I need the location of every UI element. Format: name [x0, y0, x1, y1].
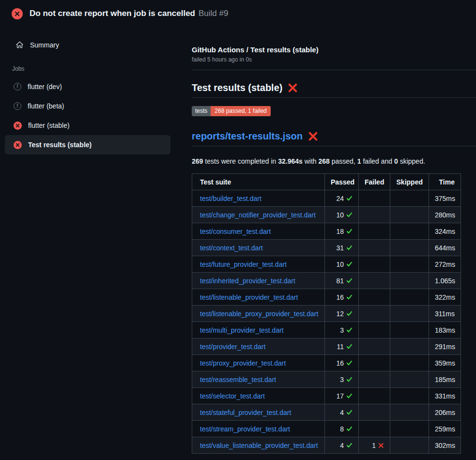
sidebar-job-test-results-stable[interactable]: Test results (stable) — [5, 135, 170, 154]
failed-cell — [359, 371, 390, 388]
suite-link[interactable]: test/builder_test.dart — [200, 195, 261, 202]
job-label: flutter (stable) — [28, 122, 70, 129]
passed-cell: 18 — [325, 223, 359, 240]
failure-status-icon — [12, 8, 23, 19]
tests-summary-text: 269 tests were completed in 32.964s with… — [192, 157, 476, 165]
sidebar: Summary Jobs !flutter (dev)!flutter (bet… — [0, 27, 184, 154]
sidebar-job-flutter-beta[interactable]: !flutter (beta) — [5, 96, 170, 116]
table-header-row: Test suite Passed Failed Skipped Time — [192, 174, 461, 190]
main-content: GitHub Actions / Test results (stable) f… — [184, 27, 476, 454]
suite-link[interactable]: test/reassemble_test.dart — [200, 376, 276, 383]
table-row: test/provider_test.dart11291ms — [192, 338, 461, 355]
table-row: test/stream_provider_test.dart8259ms — [192, 421, 461, 437]
job-label: Test results (stable) — [28, 141, 92, 149]
failed-cell-count: 1 — [372, 442, 376, 449]
passed-cell-count: 10 — [336, 211, 344, 219]
skipped-cell — [390, 322, 429, 338]
passed-cell-count: 8 — [340, 425, 344, 433]
failed-cell — [359, 207, 390, 223]
time-cell: 280ms — [429, 207, 461, 223]
summary-segment: tests were completed in — [203, 157, 278, 165]
passed-cell-count: 17 — [336, 392, 344, 400]
check-mark-icon — [346, 245, 353, 251]
suite-cell: test/provider_test.dart — [192, 338, 325, 355]
passed-cell: 16 — [325, 355, 359, 371]
badge-label: tests — [192, 106, 211, 116]
sidebar-job-flutter-stable[interactable]: flutter (stable) — [5, 116, 170, 135]
time-cell: 359ms — [429, 355, 461, 371]
failed-cell — [359, 256, 390, 273]
check-mark-icon — [346, 212, 353, 218]
failed-cell — [359, 240, 390, 256]
suite-link[interactable]: test/proxy_provider_test.dart — [200, 359, 286, 367]
suite-link[interactable]: test/multi_provider_test.dart — [200, 326, 284, 334]
check-mark-icon — [346, 393, 353, 399]
failed-cell — [359, 421, 390, 437]
home-icon — [15, 41, 24, 49]
check-mark-icon — [346, 360, 353, 366]
passed-cell-count: 18 — [336, 228, 344, 235]
suite-link[interactable]: test/inherited_provider_test.dart — [200, 277, 295, 285]
check-mark-icon — [346, 277, 353, 284]
time-cell: 259ms — [429, 421, 461, 437]
passed-cell: 8 — [325, 421, 359, 437]
build-title: Do not create report when job is cancell… — [30, 9, 195, 18]
time-cell: 183ms — [429, 322, 461, 338]
suite-link[interactable]: test/change_notifier_provider_test.dart — [200, 211, 316, 219]
summary-segment: 269 — [192, 157, 203, 165]
suite-cell: test/stream_provider_test.dart — [192, 421, 325, 437]
sidebar-item-summary[interactable]: Summary — [0, 36, 184, 54]
summary-segment: passed, — [330, 157, 357, 165]
summary-segment: 0 — [394, 157, 398, 165]
jobs-section-label: Jobs — [0, 54, 184, 77]
suite-link[interactable]: test/stream_provider_test.dart — [200, 425, 290, 433]
summary-segment: failed and — [361, 157, 395, 165]
badge-value: 268 passed, 1 failed — [211, 106, 270, 116]
suite-cell: test/change_notifier_provider_test.dart — [192, 207, 325, 223]
time-cell: 272ms — [429, 256, 461, 273]
failed-cell — [359, 306, 390, 322]
passed-cell: 17 — [325, 388, 359, 404]
time-cell: 311ms — [429, 306, 461, 322]
table-row: test/listenable_provider_test.dart16322m… — [192, 289, 461, 306]
suite-cell: test/consumer_test.dart — [192, 223, 325, 240]
passed-cell: 31 — [325, 240, 359, 256]
skipped-cell — [390, 207, 429, 223]
column-failed: Failed — [359, 174, 390, 190]
passed-cell-count: 12 — [336, 310, 344, 318]
suite-link[interactable]: test/value_listenable_provider_test.dart — [200, 442, 318, 449]
time-cell: 375ms — [429, 190, 461, 207]
suite-link[interactable]: test/listenable_proxy_provider_test.dart — [200, 310, 318, 318]
cross-mark-icon — [15, 123, 20, 128]
sidebar-job-flutter-dev[interactable]: !flutter (dev) — [5, 77, 170, 96]
time-cell: 302ms — [429, 437, 461, 454]
failed-cell — [359, 355, 390, 371]
suite-link[interactable]: test/listenable_provider_test.dart — [200, 293, 298, 301]
suite-link[interactable]: test/selector_test.dart — [200, 392, 265, 400]
test-results-table: Test suite Passed Failed Skipped Time te… — [192, 173, 461, 454]
suite-cell: test/future_provider_test.dart — [192, 256, 325, 273]
column-time: Time — [429, 174, 461, 190]
build-header: Do not create report when job is cancell… — [0, 0, 476, 27]
failed-cell — [359, 388, 390, 404]
tests-badge[interactable]: tests268 passed, 1 failed — [192, 106, 271, 116]
passed-cell: 24 — [325, 190, 359, 207]
passed-cell-count: 4 — [340, 409, 344, 416]
job-label: flutter (beta) — [28, 102, 64, 110]
suite-cell: test/multi_provider_test.dart — [192, 322, 325, 338]
suite-cell: test/context_test.dart — [192, 240, 325, 256]
report-file-link[interactable]: reports/test-results.json — [192, 131, 303, 142]
time-cell: 331ms — [429, 388, 461, 404]
check-run-name: GitHub Actions / Test results (stable) — [192, 46, 476, 54]
suite-link[interactable]: test/future_provider_test.dart — [200, 261, 287, 268]
suite-link[interactable]: test/context_test.dart — [200, 244, 263, 252]
time-cell: 1.065s — [429, 273, 461, 289]
result-section-heading: Test results (stable) — [192, 82, 476, 98]
suite-cell: test/reassemble_test.dart — [192, 371, 325, 388]
cross-mark-icon — [288, 83, 298, 93]
suite-link[interactable]: test/stateful_provider_test.dart — [200, 409, 291, 416]
suite-cell: test/proxy_provider_test.dart — [192, 355, 325, 371]
suite-link[interactable]: test/provider_test.dart — [200, 343, 265, 351]
table-row: test/inherited_provider_test.dart811.065… — [192, 273, 461, 289]
suite-link[interactable]: test/consumer_test.dart — [200, 228, 271, 235]
